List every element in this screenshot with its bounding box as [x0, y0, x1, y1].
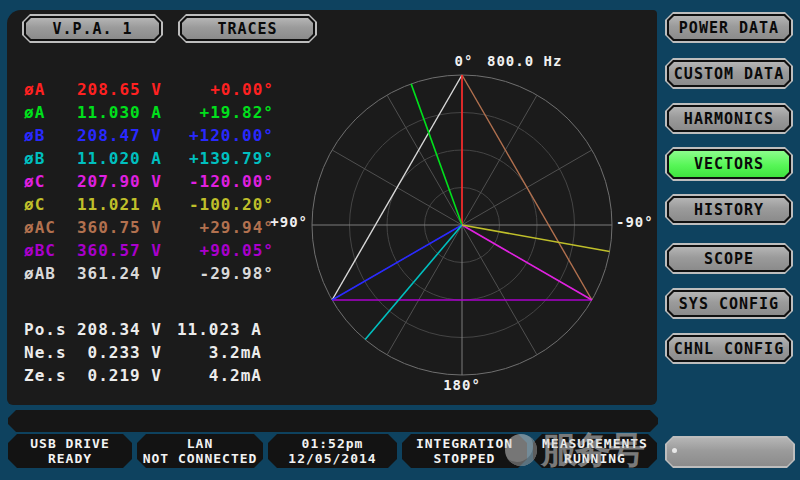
message-bar — [8, 410, 658, 432]
phase-angle: +120.00° — [162, 126, 274, 145]
table-row: øA 11.030 A +19.82° — [24, 101, 274, 124]
sequence-label: Po.s — [24, 320, 70, 339]
status-measurements[interactable]: MEASUREMENTS RUNNING — [533, 434, 657, 468]
menu-button-label: VECTORS — [669, 151, 789, 177]
vector-phase-b-current — [365, 225, 462, 340]
status-line1: INTEGRATION — [416, 436, 513, 451]
table-row: øC 11.021 A -100.20° — [24, 193, 274, 216]
chord-line-ab — [332, 75, 462, 300]
plot-angle-label-top: 0° — [444, 53, 484, 69]
status-line1: LAN — [187, 436, 213, 451]
power-analyzer-screen: V.P.A. 1 TRACES øA 208.65 V +0.00° øA 11… — [0, 0, 800, 480]
phase-angle: -120.00° — [162, 172, 274, 191]
phase-label: øAB — [24, 264, 66, 283]
vector-phase-a-current — [411, 84, 462, 225]
polar-grid-spoke — [387, 95, 462, 225]
sequence-current: 11.023 A — [162, 320, 262, 339]
menu-button-vectors[interactable]: VECTORS — [665, 147, 793, 181]
menu-button-history[interactable]: HISTORY — [665, 194, 793, 225]
phase-label: øAC — [24, 218, 66, 237]
table-row: øBC 360.57 V +90.05° — [24, 239, 274, 262]
phase-label: øB — [24, 126, 66, 145]
status-line1: USB DRIVE — [30, 436, 109, 451]
status-lan[interactable]: LAN NOT CONNECTED — [137, 434, 263, 468]
traces-label: TRACES — [182, 18, 313, 39]
status-clock[interactable]: 01:52pm 12/05/2014 — [268, 434, 397, 468]
phase-value: 207.90 V — [66, 172, 162, 191]
menu-button-harmonics[interactable]: HARMONICS — [665, 103, 793, 134]
status-line2: RUNNING — [564, 451, 626, 466]
phase-angle: +90.05° — [162, 241, 274, 260]
status-line1: MEASUREMENTS — [542, 436, 648, 451]
phase-value: 360.57 V — [66, 241, 162, 260]
sequence-voltage: 208.34 V — [70, 320, 162, 339]
vpa-select-label: V.P.A. 1 — [26, 18, 159, 39]
table-row: Po.s 208.34 V 11.023 A — [24, 318, 264, 341]
table-row: øB 11.020 A +139.79° — [24, 147, 274, 170]
vector-phase-b-voltage — [332, 225, 462, 300]
menu-button-chnl-config[interactable]: CHNL CONFIG — [665, 333, 793, 364]
phase-measurement-table: øA 208.65 V +0.00° øA 11.030 A +19.82° ø… — [24, 78, 274, 285]
phase-label: øC — [24, 195, 66, 214]
sequence-label: Ne.s — [24, 343, 70, 362]
polar-grid-spoke — [387, 225, 462, 355]
indicator-dot-icon — [672, 448, 677, 453]
menu-button-label: HARMONICS — [669, 107, 789, 130]
polar-grid-spoke — [462, 225, 537, 355]
polar-grid-spoke — [462, 95, 537, 225]
table-row: Ne.s 0.233 V 3.2mA — [24, 341, 264, 364]
status-line2: 12/05/2014 — [288, 451, 376, 466]
status-line2: NOT CONNECTED — [143, 451, 258, 466]
phase-value: 11.021 A — [66, 195, 162, 214]
table-row: Ze.s 0.219 V 4.2mA — [24, 364, 264, 387]
plot-angle-label-left: +90° — [262, 214, 308, 230]
menu-button-label: CHNL CONFIG — [669, 337, 789, 360]
table-row: øA 208.65 V +0.00° — [24, 78, 274, 101]
status-line1: 01:52pm — [302, 436, 364, 451]
sequence-voltage: 0.233 V — [70, 343, 162, 362]
menu-button-label: SYS CONFIG — [669, 292, 789, 315]
table-row: øC 207.90 V -120.00° — [24, 170, 274, 193]
status-line2: READY — [48, 451, 92, 466]
sequence-component-table: Po.s 208.34 V 11.023 A Ne.s 0.233 V 3.2m… — [24, 318, 264, 387]
menu-button-label: CUSTOM DATA — [669, 62, 789, 85]
traces-button[interactable]: TRACES — [178, 14, 317, 43]
phase-value: 361.24 V — [66, 264, 162, 283]
table-row: øAB 361.24 V -29.98° — [24, 262, 274, 285]
phase-angle: -29.98° — [162, 264, 274, 283]
menu-button-sys-config[interactable]: SYS CONFIG — [665, 288, 793, 319]
status-integration[interactable]: INTEGRATION STOPPED — [402, 434, 527, 468]
table-row: øB 208.47 V +120.00° — [24, 124, 274, 147]
phase-label: øA — [24, 80, 66, 99]
sequence-current: 3.2mA — [162, 343, 262, 362]
menu-button-label: HISTORY — [669, 198, 789, 221]
sequence-label: Ze.s — [24, 366, 70, 385]
sequence-current: 4.2mA — [162, 366, 262, 385]
phase-label: øB — [24, 149, 66, 168]
vpa-select-button[interactable]: V.P.A. 1 — [22, 14, 163, 43]
menu-button-label: SCOPE — [669, 247, 789, 270]
phase-value: 11.020 A — [66, 149, 162, 168]
phase-angle: +0.00° — [162, 80, 274, 99]
chord-line-ac — [462, 75, 592, 300]
vector-plot — [302, 65, 622, 385]
blank-button[interactable] — [665, 436, 795, 468]
phase-label: øA — [24, 103, 66, 122]
menu-button-custom-data[interactable]: CUSTOM DATA — [665, 58, 793, 89]
phase-value: 208.47 V — [66, 126, 162, 145]
menu-button-scope[interactable]: SCOPE — [665, 243, 793, 274]
phase-angle: +139.79° — [162, 149, 274, 168]
phase-label: øC — [24, 172, 66, 191]
status-usb[interactable]: USB DRIVE READY — [8, 434, 132, 468]
plot-frequency-label: 800.0 Hz — [487, 53, 562, 69]
plot-angle-label-right: -90° — [616, 214, 654, 230]
phase-value: 360.75 V — [66, 218, 162, 237]
phase-label: øBC — [24, 241, 66, 260]
menu-button-power-data[interactable]: POWER DATA — [665, 12, 793, 43]
table-row: øAC 360.75 V +29.94° — [24, 216, 274, 239]
sequence-voltage: 0.219 V — [70, 366, 162, 385]
phase-angle: +29.94° — [162, 218, 274, 237]
phase-angle: +19.82° — [162, 103, 274, 122]
button-face — [667, 438, 793, 466]
plot-angle-label-bottom: 180° — [434, 377, 490, 393]
